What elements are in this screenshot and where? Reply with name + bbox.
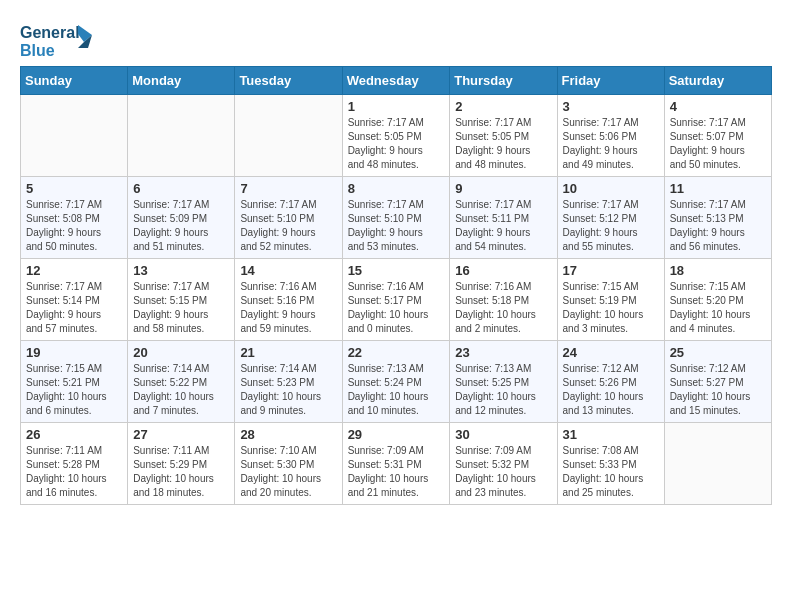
day-info: Sunrise: 7:17 AM Sunset: 5:12 PM Dayligh… (563, 198, 659, 254)
day-number: 17 (563, 263, 659, 278)
calendar-cell: 2Sunrise: 7:17 AM Sunset: 5:05 PM Daylig… (450, 95, 557, 177)
day-header-sunday: Sunday (21, 67, 128, 95)
calendar-cell (235, 95, 342, 177)
calendar-cell: 31Sunrise: 7:08 AM Sunset: 5:33 PM Dayli… (557, 423, 664, 505)
day-number: 30 (455, 427, 551, 442)
day-info: Sunrise: 7:12 AM Sunset: 5:27 PM Dayligh… (670, 362, 766, 418)
day-info: Sunrise: 7:17 AM Sunset: 5:10 PM Dayligh… (348, 198, 445, 254)
calendar-cell: 15Sunrise: 7:16 AM Sunset: 5:17 PM Dayli… (342, 259, 450, 341)
calendar-cell (664, 423, 771, 505)
calendar-week-5: 26Sunrise: 7:11 AM Sunset: 5:28 PM Dayli… (21, 423, 772, 505)
day-info: Sunrise: 7:17 AM Sunset: 5:05 PM Dayligh… (348, 116, 445, 172)
calendar-cell: 10Sunrise: 7:17 AM Sunset: 5:12 PM Dayli… (557, 177, 664, 259)
day-number: 27 (133, 427, 229, 442)
day-info: Sunrise: 7:15 AM Sunset: 5:20 PM Dayligh… (670, 280, 766, 336)
calendar-cell: 4Sunrise: 7:17 AM Sunset: 5:07 PM Daylig… (664, 95, 771, 177)
calendar-cell: 25Sunrise: 7:12 AM Sunset: 5:27 PM Dayli… (664, 341, 771, 423)
calendar-cell: 14Sunrise: 7:16 AM Sunset: 5:16 PM Dayli… (235, 259, 342, 341)
day-header-saturday: Saturday (664, 67, 771, 95)
day-header-monday: Monday (128, 67, 235, 95)
day-number: 23 (455, 345, 551, 360)
svg-text:Blue: Blue (20, 42, 55, 59)
calendar-table: SundayMondayTuesdayWednesdayThursdayFrid… (20, 66, 772, 505)
day-info: Sunrise: 7:15 AM Sunset: 5:19 PM Dayligh… (563, 280, 659, 336)
day-info: Sunrise: 7:17 AM Sunset: 5:06 PM Dayligh… (563, 116, 659, 172)
calendar-cell: 13Sunrise: 7:17 AM Sunset: 5:15 PM Dayli… (128, 259, 235, 341)
day-info: Sunrise: 7:12 AM Sunset: 5:26 PM Dayligh… (563, 362, 659, 418)
day-info: Sunrise: 7:11 AM Sunset: 5:29 PM Dayligh… (133, 444, 229, 500)
calendar-cell: 12Sunrise: 7:17 AM Sunset: 5:14 PM Dayli… (21, 259, 128, 341)
svg-text:General: General (20, 24, 80, 41)
calendar-week-4: 19Sunrise: 7:15 AM Sunset: 5:21 PM Dayli… (21, 341, 772, 423)
calendar-cell: 11Sunrise: 7:17 AM Sunset: 5:13 PM Dayli… (664, 177, 771, 259)
day-info: Sunrise: 7:17 AM Sunset: 5:15 PM Dayligh… (133, 280, 229, 336)
calendar-cell (128, 95, 235, 177)
day-info: Sunrise: 7:08 AM Sunset: 5:33 PM Dayligh… (563, 444, 659, 500)
day-info: Sunrise: 7:17 AM Sunset: 5:11 PM Dayligh… (455, 198, 551, 254)
day-info: Sunrise: 7:09 AM Sunset: 5:31 PM Dayligh… (348, 444, 445, 500)
day-number: 16 (455, 263, 551, 278)
day-header-tuesday: Tuesday (235, 67, 342, 95)
day-number: 18 (670, 263, 766, 278)
day-info: Sunrise: 7:13 AM Sunset: 5:24 PM Dayligh… (348, 362, 445, 418)
day-info: Sunrise: 7:17 AM Sunset: 5:09 PM Dayligh… (133, 198, 229, 254)
calendar-week-2: 5Sunrise: 7:17 AM Sunset: 5:08 PM Daylig… (21, 177, 772, 259)
day-number: 26 (26, 427, 122, 442)
day-number: 14 (240, 263, 336, 278)
day-info: Sunrise: 7:17 AM Sunset: 5:13 PM Dayligh… (670, 198, 766, 254)
calendar-cell: 17Sunrise: 7:15 AM Sunset: 5:19 PM Dayli… (557, 259, 664, 341)
day-number: 13 (133, 263, 229, 278)
calendar-cell: 29Sunrise: 7:09 AM Sunset: 5:31 PM Dayli… (342, 423, 450, 505)
calendar-cell: 28Sunrise: 7:10 AM Sunset: 5:30 PM Dayli… (235, 423, 342, 505)
day-number: 5 (26, 181, 122, 196)
day-info: Sunrise: 7:17 AM Sunset: 5:07 PM Dayligh… (670, 116, 766, 172)
day-number: 20 (133, 345, 229, 360)
day-number: 7 (240, 181, 336, 196)
day-number: 25 (670, 345, 766, 360)
calendar-cell: 19Sunrise: 7:15 AM Sunset: 5:21 PM Dayli… (21, 341, 128, 423)
calendar-cell: 5Sunrise: 7:17 AM Sunset: 5:08 PM Daylig… (21, 177, 128, 259)
calendar-cell: 20Sunrise: 7:14 AM Sunset: 5:22 PM Dayli… (128, 341, 235, 423)
day-info: Sunrise: 7:13 AM Sunset: 5:25 PM Dayligh… (455, 362, 551, 418)
calendar-cell: 9Sunrise: 7:17 AM Sunset: 5:11 PM Daylig… (450, 177, 557, 259)
day-info: Sunrise: 7:15 AM Sunset: 5:21 PM Dayligh… (26, 362, 122, 418)
calendar-cell: 30Sunrise: 7:09 AM Sunset: 5:32 PM Dayli… (450, 423, 557, 505)
calendar-cell (21, 95, 128, 177)
day-number: 29 (348, 427, 445, 442)
day-number: 6 (133, 181, 229, 196)
day-info: Sunrise: 7:16 AM Sunset: 5:17 PM Dayligh… (348, 280, 445, 336)
calendar-cell: 3Sunrise: 7:17 AM Sunset: 5:06 PM Daylig… (557, 95, 664, 177)
day-header-wednesday: Wednesday (342, 67, 450, 95)
calendar-cell: 18Sunrise: 7:15 AM Sunset: 5:20 PM Dayli… (664, 259, 771, 341)
day-number: 11 (670, 181, 766, 196)
day-info: Sunrise: 7:14 AM Sunset: 5:23 PM Dayligh… (240, 362, 336, 418)
calendar-week-3: 12Sunrise: 7:17 AM Sunset: 5:14 PM Dayli… (21, 259, 772, 341)
day-number: 28 (240, 427, 336, 442)
page-header: GeneralBlue (20, 20, 772, 60)
day-number: 4 (670, 99, 766, 114)
day-header-friday: Friday (557, 67, 664, 95)
day-number: 10 (563, 181, 659, 196)
day-number: 15 (348, 263, 445, 278)
logo: GeneralBlue (20, 20, 100, 60)
calendar-cell: 1Sunrise: 7:17 AM Sunset: 5:05 PM Daylig… (342, 95, 450, 177)
day-info: Sunrise: 7:09 AM Sunset: 5:32 PM Dayligh… (455, 444, 551, 500)
day-info: Sunrise: 7:17 AM Sunset: 5:08 PM Dayligh… (26, 198, 122, 254)
day-info: Sunrise: 7:16 AM Sunset: 5:16 PM Dayligh… (240, 280, 336, 336)
calendar-cell: 8Sunrise: 7:17 AM Sunset: 5:10 PM Daylig… (342, 177, 450, 259)
day-info: Sunrise: 7:17 AM Sunset: 5:14 PM Dayligh… (26, 280, 122, 336)
day-number: 9 (455, 181, 551, 196)
day-number: 24 (563, 345, 659, 360)
day-number: 2 (455, 99, 551, 114)
calendar-cell: 7Sunrise: 7:17 AM Sunset: 5:10 PM Daylig… (235, 177, 342, 259)
day-info: Sunrise: 7:10 AM Sunset: 5:30 PM Dayligh… (240, 444, 336, 500)
day-number: 31 (563, 427, 659, 442)
day-number: 1 (348, 99, 445, 114)
calendar-cell: 21Sunrise: 7:14 AM Sunset: 5:23 PM Dayli… (235, 341, 342, 423)
day-info: Sunrise: 7:17 AM Sunset: 5:05 PM Dayligh… (455, 116, 551, 172)
day-number: 3 (563, 99, 659, 114)
day-number: 22 (348, 345, 445, 360)
day-info: Sunrise: 7:17 AM Sunset: 5:10 PM Dayligh… (240, 198, 336, 254)
day-info: Sunrise: 7:14 AM Sunset: 5:22 PM Dayligh… (133, 362, 229, 418)
calendar-week-1: 1Sunrise: 7:17 AM Sunset: 5:05 PM Daylig… (21, 95, 772, 177)
